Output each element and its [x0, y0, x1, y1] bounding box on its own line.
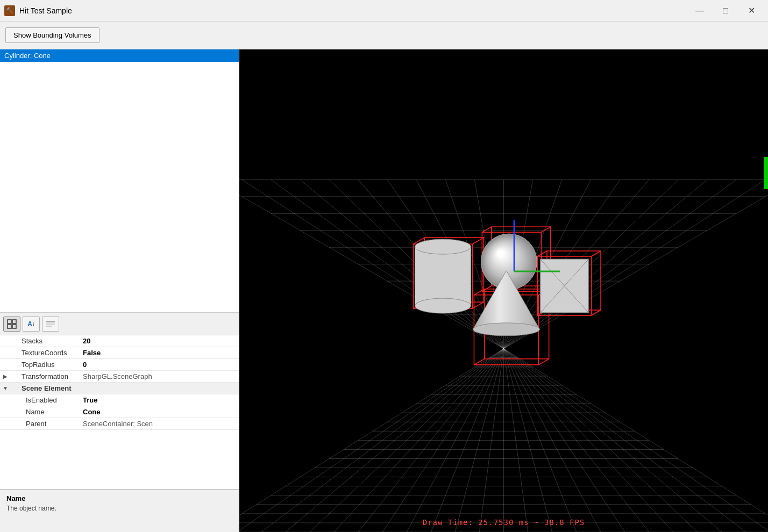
object-list[interactable]: Cylinder: Cone: [0, 49, 239, 313]
main-container: Cylinder: Cone A ↓: [0, 49, 768, 532]
app-icon: 🔨: [4, 5, 15, 16]
prop-row-name: Name Cone: [0, 406, 239, 418]
prop-sort-btn[interactable]: A ↓: [23, 317, 40, 332]
prop-row-texturecoords: TextureCoords False: [0, 347, 239, 359]
maximize-button[interactable]: □: [713, 2, 738, 19]
property-grid[interactable]: Stacks 20 TextureCoords False TopRadius …: [0, 335, 239, 489]
main-toolbar: Show Bounding Volumes: [0, 21, 768, 49]
prop-value-name: Cone: [81, 407, 239, 417]
prop-expand-transformation[interactable]: ▶: [0, 373, 11, 379]
prop-name-transformation: Transformation: [11, 371, 81, 382]
description-icon: [46, 320, 55, 328]
sort-icon: A: [27, 320, 32, 328]
prop-name-name: Name: [11, 407, 81, 417]
prop-name-scene-element: Scene Element: [11, 383, 81, 393]
minimize-button[interactable]: —: [687, 2, 712, 19]
green-indicator: [764, 157, 768, 189]
sort-arrow-icon: ↓: [32, 321, 35, 327]
grid-icon: [7, 319, 17, 329]
left-panel: Cylinder: Cone A ↓: [0, 49, 239, 532]
close-button[interactable]: ✕: [739, 2, 764, 19]
prop-row-transformation: ▶ Transformation SharpGL.SceneGraph: [0, 371, 239, 383]
prop-value-isenabled: True: [81, 395, 239, 405]
prop-row-stacks: Stacks 20: [0, 335, 239, 347]
list-item[interactable]: Cylinder: Cone: [0, 49, 239, 62]
prop-value-scene-element: [81, 387, 239, 390]
description-title: Name: [6, 494, 232, 502]
prop-value-texturecoords: False: [81, 348, 239, 358]
svg-rect-5: [46, 323, 55, 325]
prop-value-topradius: 0: [81, 360, 239, 370]
prop-desc-btn[interactable]: [42, 317, 59, 332]
description-area: Name The object name.: [0, 489, 239, 532]
window-controls: — □ ✕: [687, 2, 764, 19]
title-bar: 🔨 Hit Test Sample — □ ✕: [0, 0, 768, 21]
viewport[interactable]: Draw Time: 25.7530 ms ~ 38.8 FPS: [239, 49, 768, 532]
prop-name-texturecoords: TextureCoords: [11, 348, 81, 358]
svg-rect-1: [12, 320, 16, 323]
prop-name-parent: Parent: [11, 419, 81, 429]
svg-rect-0: [8, 320, 11, 323]
description-text: The object name.: [6, 505, 232, 512]
window-title: Hit Test Sample: [19, 6, 72, 15]
prop-name-topradius: TopRadius: [11, 360, 81, 370]
prop-row-parent: Parent SceneContainer: Scen: [0, 418, 239, 430]
svg-rect-4: [46, 321, 55, 322]
prop-view-btn-1[interactable]: [3, 317, 20, 332]
prop-value-parent: SceneContainer: Scen: [81, 419, 239, 429]
property-toolbar: A ↓: [0, 313, 239, 335]
prop-row-isenabled: IsEnabled True: [0, 394, 239, 406]
prop-name-stacks: Stacks: [11, 336, 81, 346]
fps-status: Draw Time: 25.7530 ms ~ 38.8 FPS: [423, 518, 585, 527]
prop-row-topradius: TopRadius 0: [0, 359, 239, 371]
prop-value-transformation: SharpGL.SceneGraph: [81, 371, 239, 382]
svg-rect-6: [46, 326, 52, 327]
prop-expand-scene-element[interactable]: ▼: [0, 385, 11, 391]
svg-rect-3: [12, 325, 16, 328]
show-bounding-volumes-button[interactable]: Show Bounding Volumes: [5, 27, 99, 43]
prop-value-stacks: 20: [81, 336, 239, 346]
3d-scene-canvas[interactable]: [239, 49, 768, 532]
svg-rect-2: [8, 325, 11, 328]
prop-name-isenabled: IsEnabled: [11, 395, 81, 405]
prop-row-scene-element: ▼ Scene Element: [0, 383, 239, 394]
